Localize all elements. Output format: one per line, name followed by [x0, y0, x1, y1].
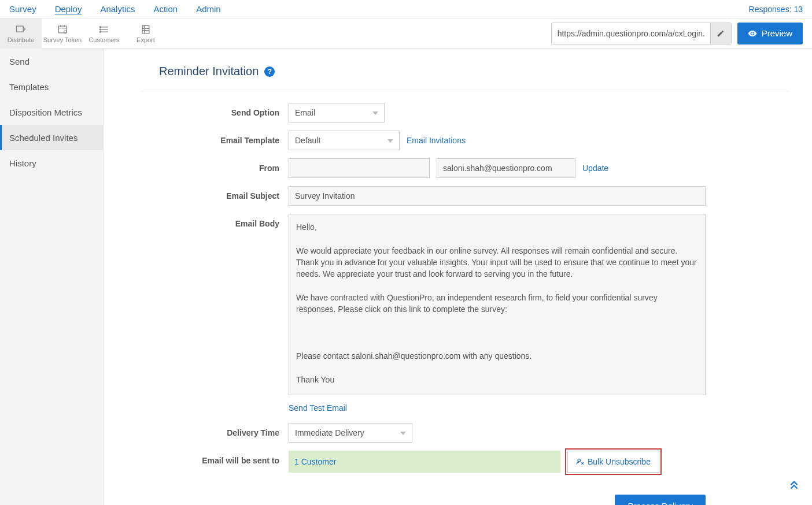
label-body: Email Body [138, 214, 289, 233]
form: Send Option Email Email Template Default… [104, 91, 812, 505]
tool-label: Distribute [8, 36, 34, 43]
toolbar: Distribute Survey Token Customers X Expo… [0, 18, 812, 49]
label-email-template: Email Template [138, 131, 289, 150]
export-icon: X [138, 24, 153, 35]
pencil-icon [717, 29, 725, 38]
link-recipient-count[interactable]: 1 Customer [294, 457, 336, 466]
label-from: From [138, 158, 289, 178]
tab-deploy[interactable]: Deploy [55, 4, 82, 14]
label-subject: Email Subject [138, 186, 289, 206]
tool-customers[interactable]: Customers [83, 18, 125, 49]
unsubscribe-icon [576, 458, 584, 466]
tool-distribute[interactable]: Distribute [0, 18, 42, 49]
content: Reminder Invitation ? Send Option Email … [104, 49, 812, 505]
label-send-option: Send Option [138, 103, 289, 122]
preview-button[interactable]: Preview [737, 23, 803, 44]
distribute-icon [13, 24, 28, 35]
responses-count[interactable]: Responses: 13 [749, 5, 803, 14]
calendar-icon [55, 24, 70, 35]
page-header: Reminder Invitation ? [141, 49, 789, 91]
url-input[interactable] [552, 29, 710, 38]
sidebar-item-disposition[interactable]: Disposition Metrics [0, 99, 103, 125]
customers-icon [97, 24, 112, 35]
process-delivery-button[interactable]: Process Delivery [615, 495, 706, 505]
top-nav: Survey Deploy Analytics Action Admin Res… [0, 0, 812, 18]
tab-survey[interactable]: Survey [9, 4, 36, 14]
svg-point-3 [99, 31, 101, 32]
sidebar-item-scheduled[interactable]: Scheduled Invites [0, 125, 103, 150]
input-from-name[interactable] [289, 158, 430, 178]
preview-label: Preview [762, 28, 792, 38]
select-send-option[interactable]: Email [289, 103, 385, 122]
tab-analytics[interactable]: Analytics [100, 4, 135, 14]
tool-label: Customers [88, 36, 119, 43]
tab-action[interactable]: Action [153, 4, 178, 14]
scroll-top-button[interactable] [788, 479, 800, 493]
input-subject[interactable] [289, 186, 706, 206]
link-send-test[interactable]: Send Test Email [289, 403, 347, 413]
sidebar-item-templates[interactable]: Templates [0, 74, 103, 99]
help-icon[interactable]: ? [264, 66, 275, 77]
page-title: Reminder Invitation [159, 65, 259, 78]
tool-survey-token[interactable]: Survey Token [42, 18, 83, 49]
sidebar: Send Templates Disposition Metrics Sched… [0, 49, 104, 505]
svg-point-1 [99, 26, 101, 28]
label-delivery-time: Delivery Time [138, 423, 289, 443]
tool-export[interactable]: X Export [125, 18, 167, 49]
url-box [551, 23, 732, 44]
recipient-box: 1 Customer [289, 451, 560, 473]
select-email-template[interactable]: Default [289, 131, 400, 150]
sidebar-item-history[interactable]: History [0, 150, 103, 176]
bulk-unsubscribe-button[interactable]: Bulk Unsubscribe [567, 451, 659, 473]
chevron-double-up-icon [788, 479, 800, 492]
link-update-from[interactable]: Update [582, 164, 608, 173]
input-from-email[interactable] [437, 158, 575, 178]
svg-point-5 [578, 459, 581, 462]
tab-admin[interactable]: Admin [196, 4, 221, 14]
edit-url-button[interactable] [710, 23, 731, 44]
tool-label: Export [136, 36, 155, 43]
label-recipients: Email will be sent to [138, 451, 289, 470]
svg-point-2 [99, 28, 101, 30]
bulk-unsubscribe-label: Bulk Unsubscribe [588, 457, 651, 466]
top-tabs: Survey Deploy Analytics Action Admin [9, 4, 221, 14]
select-delivery-time[interactable]: Immediate Delivery [289, 423, 412, 443]
textarea-body[interactable]: Hello, We would appreciate your feedback… [289, 214, 706, 395]
eye-icon [748, 29, 757, 38]
tool-label: Survey Token [43, 36, 82, 43]
link-email-invitations[interactable]: Email Invitations [407, 136, 466, 145]
sidebar-item-send[interactable]: Send [0, 49, 103, 74]
